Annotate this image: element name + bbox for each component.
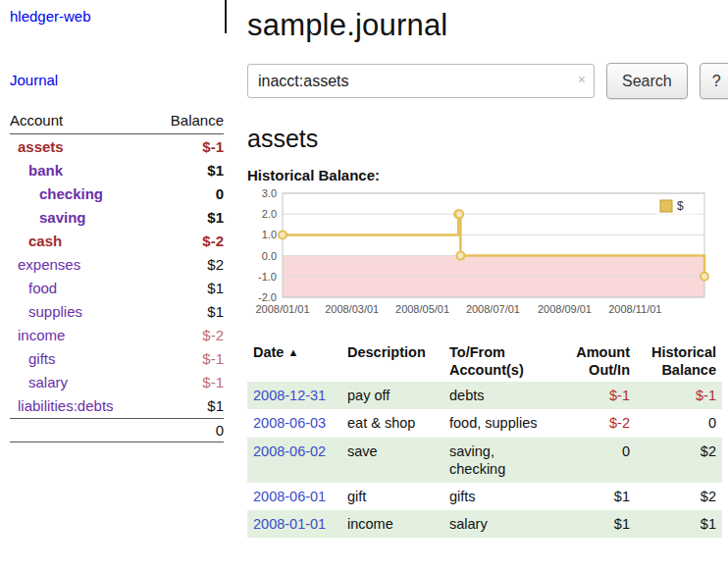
- register-table: Date ▲ Description To/From Account(s) Am…: [247, 340, 722, 538]
- transaction-date-cell: 2008-01-01: [247, 510, 341, 538]
- accounts-header-account: Account: [10, 112, 63, 129]
- transaction-date-cell: 2008-06-02: [247, 438, 341, 483]
- header-accounts: To/From Account(s): [443, 340, 553, 382]
- register-header-row: Date ▲ Description To/From Account(s) Am…: [247, 340, 722, 382]
- transaction-date-link[interactable]: 2008-01-01: [253, 516, 326, 532]
- x-axis-tick-label: 2008/09/01: [538, 303, 592, 315]
- header-date[interactable]: Date ▲: [247, 340, 341, 382]
- x-axis-tick-label: 2008/03/01: [325, 303, 379, 315]
- account-heading: assets: [247, 125, 728, 153]
- transaction-date-link[interactable]: 2008-06-01: [253, 489, 326, 504]
- account-link[interactable]: liabilities:debts: [10, 397, 114, 414]
- account-row: saving$1: [10, 205, 224, 229]
- header-description: Description: [341, 340, 443, 382]
- account-balance: $1: [207, 280, 224, 296]
- x-axis-tick-label: 2008/01/01: [255, 303, 309, 315]
- header-balance: Historical Balance: [636, 340, 722, 382]
- account-balance: $2: [207, 256, 224, 273]
- account-row: expenses$2: [10, 252, 224, 276]
- transaction-balance-cell: $1: [636, 510, 722, 538]
- account-balance: $-2: [202, 233, 224, 249]
- header-amount-line1: Amount: [559, 343, 630, 361]
- account-balance: $-1: [202, 350, 224, 367]
- transaction-balance-cell: $2: [636, 438, 722, 483]
- transaction-accounts-cell: food, supplies: [443, 409, 553, 437]
- data-point-marker: [279, 231, 286, 238]
- account-balance: $-2: [202, 327, 224, 343]
- clear-search-icon[interactable]: ×: [578, 73, 586, 86]
- accounts-header-balance: Balance: [171, 112, 224, 129]
- search-input-wrapper: ×: [247, 64, 595, 98]
- account-link[interactable]: gifts: [10, 350, 56, 367]
- header-amount: Amount Out/In: [553, 340, 636, 382]
- transaction-date-link[interactable]: 2008-06-03: [253, 415, 326, 431]
- app-title-link[interactable]: hledger-web: [10, 8, 224, 25]
- y-axis-tick-label: -2.0: [258, 291, 277, 303]
- table-row[interactable]: 2008-12-31pay offdebts$-1$-1: [247, 382, 722, 409]
- account-link[interactable]: bank: [10, 162, 63, 179]
- account-link[interactable]: cash: [10, 233, 62, 249]
- account-link[interactable]: assets: [10, 138, 64, 155]
- transaction-date-cell: 2008-06-01: [247, 483, 341, 510]
- account-link[interactable]: supplies: [10, 303, 82, 320]
- x-axis-tick-label: 2008/07/01: [466, 303, 520, 315]
- header-amount-line2: Out/In: [559, 361, 630, 379]
- search-input[interactable]: [247, 64, 595, 98]
- account-link[interactable]: expenses: [10, 256, 80, 273]
- header-accounts-line1: To/From: [449, 343, 547, 361]
- account-balance: $1: [207, 162, 224, 179]
- search-button[interactable]: Search: [606, 63, 688, 99]
- transaction-balance-cell: $-1: [636, 382, 722, 409]
- x-axis-tick-label: 2008/11/01: [608, 303, 661, 315]
- account-row: gifts$-1: [10, 346, 224, 370]
- table-row[interactable]: 2008-06-01giftgifts$1$2: [247, 483, 722, 510]
- y-axis-tick-label: -1.0: [258, 271, 277, 283]
- transaction-accounts-cell: saving, checking: [443, 438, 553, 483]
- account-row: checking0: [10, 182, 224, 205]
- y-axis-tick-label: 1.0: [262, 229, 277, 240]
- transaction-amount-cell: $1: [553, 483, 636, 510]
- sidebar: hledger-web Journal Account Balance asse…: [0, 0, 235, 571]
- account-row: bank$1: [10, 158, 224, 182]
- transaction-accounts-cell: debts: [443, 382, 553, 409]
- main-content: sample.journal × Search ? assets Histori…: [235, 0, 728, 571]
- header-accounts-line2: Account(s): [449, 361, 547, 379]
- account-link[interactable]: checking: [10, 185, 103, 202]
- transaction-date-link[interactable]: 2008-12-31: [253, 388, 326, 403]
- sidebar-top-divider: [225, 0, 227, 33]
- x-axis-tick-label: 2008/05/01: [395, 303, 449, 315]
- account-link[interactable]: food: [10, 280, 57, 296]
- account-balance: $1: [207, 209, 224, 226]
- transaction-balance-cell: 0: [636, 409, 722, 437]
- account-link[interactable]: salary: [10, 374, 68, 390]
- account-row: assets$-1: [10, 134, 224, 158]
- help-button[interactable]: ?: [700, 63, 728, 99]
- table-row[interactable]: 2008-01-01incomesalary$1$1: [247, 510, 722, 538]
- accounts-total: 0: [10, 418, 224, 442]
- transaction-date-link[interactable]: 2008-06-02: [253, 443, 326, 459]
- chart-title: Historical Balance:: [247, 167, 728, 183]
- account-row: salary$-1: [10, 370, 224, 393]
- account-balance: $-1: [202, 374, 224, 390]
- account-balance: $-1: [202, 138, 224, 155]
- accounts-list: assets$-1bank$1checking0saving$1cash$-2e…: [10, 134, 224, 417]
- y-axis-tick-label: 3.0: [262, 187, 277, 199]
- table-row[interactable]: 2008-06-02savesaving, checking0$2: [247, 438, 722, 483]
- sort-ascending-icon: ▲: [287, 346, 298, 358]
- data-point-marker: [701, 273, 708, 281]
- app-window: hledger-web Journal Account Balance asse…: [0, 0, 728, 571]
- page-title: sample.journal: [247, 8, 728, 43]
- transaction-date-cell: 2008-12-31: [247, 382, 341, 409]
- account-link[interactable]: saving: [10, 209, 86, 226]
- account-row: supplies$1: [10, 299, 224, 323]
- table-row[interactable]: 2008-06-03eat & shopfood, supplies$-20: [247, 409, 722, 437]
- y-axis-tick-label: 0.0: [262, 250, 277, 262]
- account-balance: $1: [207, 303, 224, 320]
- header-balance-line2: Balance: [642, 361, 716, 379]
- account-link[interactable]: income: [10, 327, 65, 343]
- sidebar-item-journal[interactable]: Journal: [10, 72, 224, 88]
- data-point-marker: [456, 252, 464, 260]
- y-axis-tick-label: 2.0: [262, 208, 277, 220]
- transaction-date-cell: 2008-06-03: [247, 409, 341, 437]
- account-row: food$1: [10, 276, 224, 299]
